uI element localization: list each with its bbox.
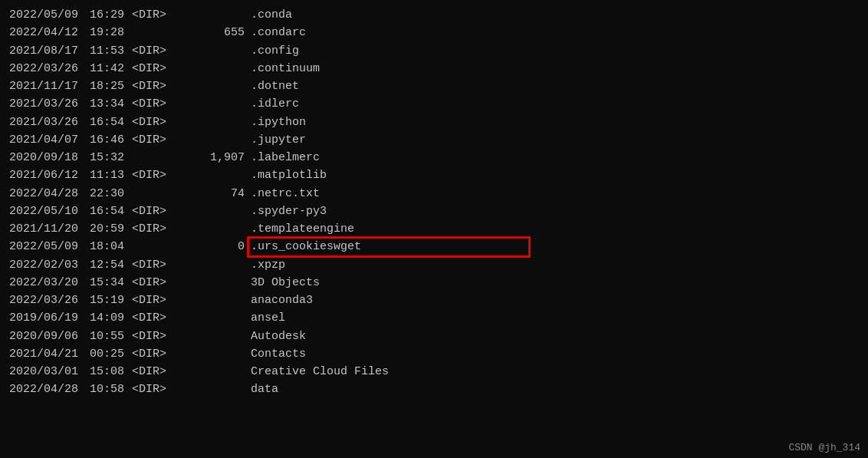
col-type <box>132 149 182 166</box>
col-date: 2021/11/20 <box>9 220 90 238</box>
col-type: <DIR> <box>132 60 182 77</box>
col-size <box>182 274 251 292</box>
col-name: anaconda3 <box>251 292 313 309</box>
col-name: data <box>251 381 278 398</box>
col-size <box>182 328 251 345</box>
col-name: .matplotlib <box>251 166 327 184</box>
col-size <box>182 60 251 77</box>
col-name: .conda <box>251 6 292 24</box>
table-row: 2022/05/09 16:29 <DIR> .conda <box>9 6 859 24</box>
col-size <box>182 166 251 184</box>
table-row: 2022/03/20 15:34 <DIR> 3D Objects <box>9 274 859 292</box>
col-name: Contacts <box>251 345 306 363</box>
col-time: 19:28 <box>90 24 132 41</box>
col-type: <DIR> <box>132 42 182 60</box>
table-row: 2021/03/26 13:34 <DIR> .idlerc <box>9 95 859 113</box>
col-date: 2022/04/28 <box>9 185 90 203</box>
table-row: 2021/04/07 16:46 <DIR> .jupyter <box>9 131 859 149</box>
col-name: .idlerc <box>251 95 299 113</box>
col-time: 16:54 <box>90 203 132 220</box>
col-name: .xpzp <box>251 256 285 274</box>
col-name: .jupyter <box>251 131 306 149</box>
col-date: 2019/06/19 <box>9 309 90 327</box>
table-row: 2022/05/09 18:04 0 .urs_cookieswget <box>9 238 859 255</box>
col-date: 2020/09/06 <box>9 328 90 345</box>
col-type: <DIR> <box>132 256 182 274</box>
col-size <box>182 114 251 131</box>
col-type <box>132 185 182 203</box>
col-size: 655 <box>182 24 251 41</box>
col-time: 14:09 <box>90 309 132 327</box>
col-time: 15:34 <box>90 274 132 292</box>
terminal-window: 2022/05/09 16:29 <DIR> .conda2022/04/12 … <box>0 0 868 458</box>
col-type: <DIR> <box>132 6 182 24</box>
col-date: 2022/05/10 <box>9 203 90 220</box>
col-size <box>182 6 251 24</box>
col-type: <DIR> <box>132 220 182 238</box>
table-row: 2022/04/12 19:28 655 .condarc <box>9 24 859 41</box>
col-date: 2022/03/26 <box>9 292 90 309</box>
col-date: 2022/02/03 <box>9 256 90 274</box>
col-time: 10:58 <box>90 381 132 398</box>
col-date: 2021/04/21 <box>9 345 90 363</box>
col-name: Autodesk <box>251 328 306 345</box>
col-name: .labelmerc <box>251 149 320 166</box>
col-type: <DIR> <box>132 345 182 363</box>
col-size <box>182 292 251 309</box>
col-name: Creative Cloud Files <box>251 363 389 381</box>
col-time: 13:34 <box>90 95 132 113</box>
col-time: 15:08 <box>90 363 132 381</box>
table-row: 2019/06/19 14:09 <DIR> ansel <box>9 309 859 327</box>
table-row: 2022/04/28 22:30 74 .netrc.txt <box>9 185 859 203</box>
table-row: 2021/04/21 00:25 <DIR> Contacts <box>9 345 859 363</box>
col-size: 1,907 <box>182 149 251 166</box>
table-row: 2020/09/06 10:55 <DIR> Autodesk <box>9 328 859 345</box>
col-time: 16:29 <box>90 6 132 24</box>
col-size <box>182 363 251 381</box>
col-date: 2022/05/09 <box>9 238 90 255</box>
col-time: 00:25 <box>90 345 132 363</box>
col-name: .spyder-py3 <box>251 203 327 220</box>
col-time: 20:59 <box>90 220 132 238</box>
col-time: 22:30 <box>90 185 132 203</box>
col-type: <DIR> <box>132 166 182 184</box>
col-name: .config <box>251 42 299 60</box>
col-type: <DIR> <box>132 131 182 149</box>
table-row: 2022/03/26 15:19 <DIR> anaconda3 <box>9 292 859 309</box>
col-name: .dotnet <box>251 77 299 95</box>
col-time: 15:19 <box>90 292 132 309</box>
col-name: .continuum <box>251 60 320 77</box>
col-time: 12:54 <box>90 256 132 274</box>
table-row: 2020/09/18 15:32 1,907 .labelmerc <box>9 149 859 166</box>
col-size <box>182 131 251 149</box>
col-date: 2021/03/26 <box>9 95 90 113</box>
col-type: <DIR> <box>132 292 182 309</box>
col-name: .templateengine <box>251 220 354 238</box>
col-name: 3D Objects <box>251 274 320 292</box>
col-time: 16:54 <box>90 114 132 131</box>
table-row: 2021/11/17 18:25 <DIR> .dotnet <box>9 77 859 95</box>
table-row: 2022/03/26 11:42 <DIR> .continuum <box>9 60 859 77</box>
col-size: 0 <box>182 238 251 255</box>
col-date: 2021/08/17 <box>9 42 90 60</box>
col-date: 2022/05/09 <box>9 6 90 24</box>
col-type: <DIR> <box>132 274 182 292</box>
col-type: <DIR> <box>132 363 182 381</box>
col-time: 10:55 <box>90 328 132 345</box>
table-row: 2022/04/28 10:58 <DIR> data <box>9 381 859 398</box>
col-name: .urs_cookieswget <box>251 238 361 255</box>
col-date: 2022/03/26 <box>9 60 90 77</box>
table-row: 2021/06/12 11:13 <DIR> .matplotlib <box>9 166 859 184</box>
table-row: 2022/02/03 12:54 <DIR> .xpzp <box>9 256 859 274</box>
col-type <box>132 238 182 255</box>
col-time: 18:25 <box>90 77 132 95</box>
col-size <box>182 256 251 274</box>
col-time: 11:13 <box>90 166 132 184</box>
col-name: .ipython <box>251 114 306 131</box>
table-row: 2021/08/17 11:53 <DIR> .config <box>9 42 859 60</box>
col-date: 2020/09/18 <box>9 149 90 166</box>
col-date: 2020/03/01 <box>9 363 90 381</box>
col-date: 2022/04/28 <box>9 381 90 398</box>
col-date: 2021/03/26 <box>9 114 90 131</box>
col-size <box>182 203 251 220</box>
